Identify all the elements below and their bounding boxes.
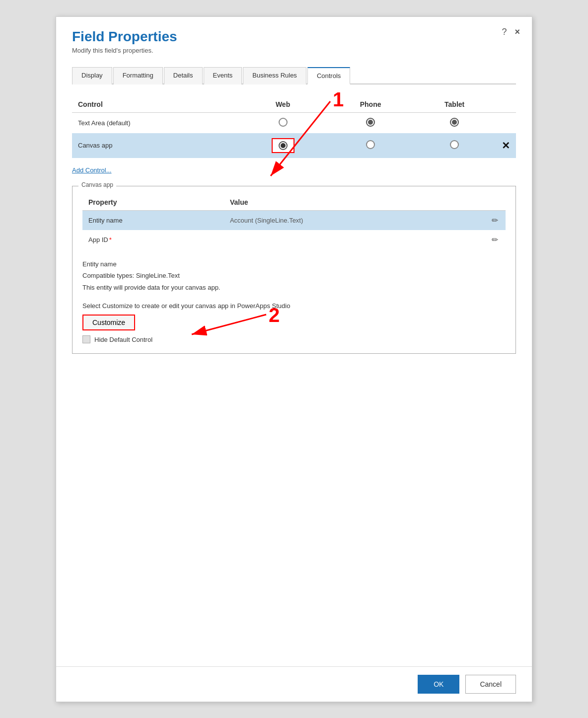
delete-canvas[interactable]: ✕	[496, 133, 516, 158]
property-value-appid	[224, 230, 486, 249]
delete-icon[interactable]: ✕	[502, 140, 510, 151]
tab-display[interactable]: Display	[72, 67, 112, 84]
annotation-number-2: 2	[269, 304, 280, 326]
arrow-2-svg: 2	[182, 310, 281, 349]
required-star-appid: *	[109, 236, 112, 243]
customize-description: Select Customize to create or edit your …	[82, 302, 506, 310]
close-icon[interactable]: ×	[514, 27, 520, 37]
annotation-number-1: 1	[333, 88, 344, 110]
hide-default-label: Hide Default Control	[94, 336, 152, 343]
tab-events[interactable]: Events	[204, 67, 242, 84]
control-name-textarea: Text Area (default)	[72, 112, 238, 133]
radio-tablet-textarea[interactable]	[413, 112, 496, 133]
tabs-bar: Display Formatting Details Events Busine…	[72, 66, 516, 84]
edit-pencil-icon-appid[interactable]: ✏	[492, 236, 498, 244]
radio-btn-tablet-canvas[interactable]	[450, 140, 459, 149]
property-name-appid: App ID*	[82, 230, 224, 249]
help-icon[interactable]: ?	[502, 27, 507, 37]
canvas-app-section: Canvas app Property Value Entity name Ac…	[72, 186, 516, 354]
info-block: Entity name Compatible types: SingleLine…	[82, 259, 506, 293]
dialog-body: Display Formatting Details Events Busine…	[56, 60, 532, 666]
tab-formatting[interactable]: Formatting	[113, 67, 163, 84]
radio-phone-textarea[interactable]	[328, 112, 413, 133]
field-properties-dialog: Field Properties Modify this field's pro…	[56, 16, 532, 702]
radio-btn-phone-textarea[interactable]	[366, 118, 375, 127]
col-control: Control	[72, 96, 238, 113]
col-tablet: Tablet	[413, 96, 496, 113]
property-name-entity: Entity name	[82, 210, 224, 230]
edit-pencil-icon[interactable]: ✏	[492, 216, 498, 225]
dialog-top-controls: ? ×	[502, 27, 520, 37]
radio-phone-canvas[interactable]	[328, 133, 413, 158]
dialog-subtitle: Modify this field's properties.	[72, 47, 516, 54]
tab-details[interactable]: Details	[164, 67, 203, 84]
info-line-1: Entity name	[82, 259, 506, 269]
col-property: Property	[82, 194, 224, 211]
dialog-footer: OK Cancel	[56, 666, 532, 702]
radio-btn-phone-canvas[interactable]	[366, 140, 375, 149]
property-value-entity: Account (SingleLine.Text)	[224, 210, 486, 230]
info-line-2: Compatible types: SingleLine.Text	[82, 271, 506, 281]
dialog-header: Field Properties Modify this field's pro…	[56, 17, 532, 60]
tab-controls[interactable]: Controls	[307, 67, 350, 84]
info-line-3: This entity will provide data for your c…	[82, 283, 506, 293]
radio-btn-tablet-textarea[interactable]	[450, 118, 459, 127]
canvas-app-section-label: Canvas app	[78, 181, 116, 188]
property-table: Property Value Entity name Account (Sing…	[82, 194, 506, 249]
tab-business-rules[interactable]: Business Rules	[243, 67, 306, 84]
add-control-link[interactable]: Add Control...	[72, 166, 112, 174]
arrow-1-svg: 1	[241, 96, 340, 186]
radio-tablet-canvas[interactable]	[413, 133, 496, 158]
edit-appid[interactable]: ✏	[486, 230, 506, 249]
hide-default-checkbox[interactable]	[82, 335, 90, 343]
dialog-title: Field Properties	[72, 29, 516, 45]
control-name-canvas: Canvas app	[72, 133, 238, 158]
hide-default-row: Hide Default Control	[82, 335, 506, 343]
property-row-appid: App ID* ✏	[82, 230, 506, 249]
col-value: Value	[224, 194, 486, 211]
property-row-entity: Entity name Account (SingleLine.Text) ✏	[82, 210, 506, 230]
cancel-button[interactable]: Cancel	[465, 675, 516, 694]
customize-button[interactable]: Customize	[82, 315, 135, 330]
svg-line-1	[271, 101, 330, 176]
customize-btn-row: Customize	[82, 315, 506, 335]
svg-line-3	[192, 315, 266, 334]
edit-entity[interactable]: ✏	[486, 210, 506, 230]
ok-button[interactable]: OK	[418, 675, 459, 694]
